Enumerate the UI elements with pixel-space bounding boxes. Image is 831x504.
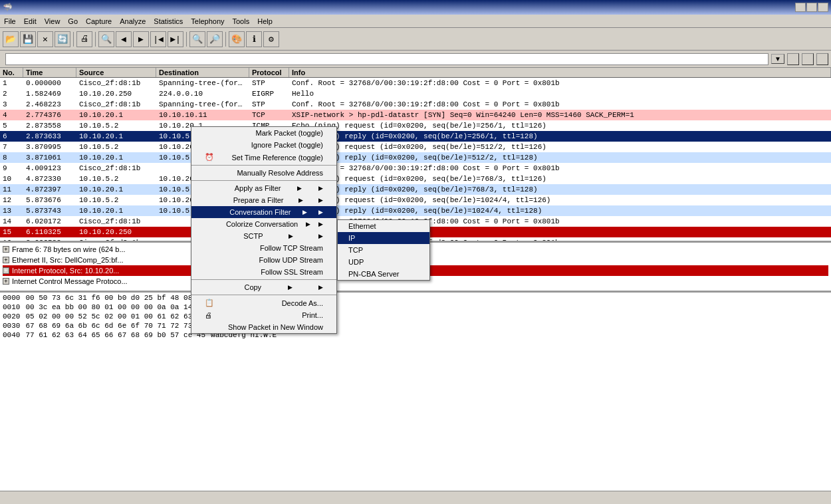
submenu-item-pncba server[interactable]: PN-CBA Server xyxy=(338,268,429,280)
menu-item-telephony[interactable]: Telephony xyxy=(187,16,228,27)
table-row[interactable]: 42.77437610.10.20.110.10.10.11TCPXSIP-ne… xyxy=(0,110,831,120)
submenu-arrow-icon: ▶ xyxy=(306,221,310,227)
menu-item-apply-as-filter[interactable]: Apply as Filter▶ xyxy=(191,182,336,194)
menu-item-colorize-conversation[interactable]: Colorize Conversation▶ xyxy=(191,218,336,230)
table-row[interactable]: 94.009123Cisco_2f:d8:1bSTPConf. Root = 3… xyxy=(0,163,831,174)
menu-item-help[interactable]: Help xyxy=(253,16,277,27)
expand-icon[interactable]: + xyxy=(3,267,9,274)
toolbar: 📂 💾 ✕ 🔄 🖨 🔍 ◀ ▶ |◀ ▶| 🔍 🔎 🎨 ℹ ⚙ xyxy=(0,28,831,51)
packet-list-header: No. Time Source Destination Protocol Inf… xyxy=(0,68,831,78)
header-time: Time xyxy=(23,68,76,77)
menu-item-ignore-packet-(toggle)[interactable]: Ignore Packet (toggle) xyxy=(191,139,336,151)
menu-item-conversation-filter[interactable]: Conversation Filter▶ xyxy=(191,206,336,218)
menu-item-sctp[interactable]: SCTP▶ xyxy=(191,230,336,242)
submenu-arrow-icon: ▶ xyxy=(297,185,302,191)
menu-item-capture[interactable]: Capture xyxy=(82,16,116,27)
submenu-item-tcp[interactable]: TCP xyxy=(338,244,429,256)
list-item: 003067 68 69 6a 6b 6c 6d 6e 6f 70 71 72 … xyxy=(3,322,828,331)
close-file-button[interactable]: ✕ xyxy=(37,31,53,47)
title-bar: 🦈 xyxy=(0,0,831,15)
menu-item-statistics[interactable]: Statistics xyxy=(150,16,187,27)
toolbar-separator-4 xyxy=(225,32,226,47)
menu-item-tools[interactable]: Tools xyxy=(229,16,254,27)
menu-item-analyze[interactable]: Analyze xyxy=(116,16,150,27)
menu-item-prepare-a-filter[interactable]: Prepare a Filter▶ xyxy=(191,194,336,206)
header-destination: Destination xyxy=(156,68,249,77)
expand-icon[interactable]: + xyxy=(3,278,9,285)
header-no: No. xyxy=(0,68,23,77)
menu-item-print---[interactable]: 🖨Print... xyxy=(191,309,336,321)
table-row[interactable]: 104.87233010.10.5.210.10.20.1ICMPEcho (p… xyxy=(0,174,831,184)
table-row[interactable]: 10.000000Cisco_2f:d8:1bSpanning-tree-(fo… xyxy=(0,78,831,88)
menu-item-show-packet-in-new-window[interactable]: Show Packet in New Window xyxy=(191,321,336,333)
menu-separator xyxy=(191,279,336,280)
maximize-button[interactable] xyxy=(806,3,817,12)
expand-icon[interactable]: + xyxy=(3,246,9,253)
table-row[interactable]: 62.87363310.10.20.110.10.5.2ICMPEcho (pi… xyxy=(0,131,831,142)
menu-item-manually-resolve-address[interactable]: Manually Resolve Address xyxy=(191,167,336,179)
table-row[interactable]: 73.87099510.10.5.210.10.20.1ICMPEcho (pi… xyxy=(0,142,831,152)
table-row[interactable]: 135.87374310.10.20.110.10.5.2ICMPEcho (p… xyxy=(0,205,831,216)
save-button[interactable]: 💾 xyxy=(20,31,36,47)
submenu-item-ip[interactable]: IP xyxy=(338,232,429,244)
toolbar-separator-3 xyxy=(186,32,187,47)
go-forward-button[interactable]: ▶ xyxy=(133,31,149,47)
menu-item-icon: 🖨 xyxy=(205,311,215,319)
submenu-arrow-icon: ▶ xyxy=(289,233,293,239)
menu-item-edit[interactable]: Edit xyxy=(20,16,41,27)
menu-item-file[interactable]: File xyxy=(0,16,20,27)
menu-item-set-time-reference-(toggle)[interactable]: ⏰Set Time Reference (toggle) xyxy=(191,151,336,164)
expand-icon[interactable]: + xyxy=(3,257,9,263)
menu-item-mark-packet-(toggle)[interactable]: Mark Packet (toggle) xyxy=(191,127,336,139)
menu-item-go[interactable]: Go xyxy=(64,16,82,27)
apply-button[interactable] xyxy=(816,53,828,65)
find-button[interactable]: 🔍 xyxy=(98,31,114,47)
menu-item-icon: 📋 xyxy=(205,299,215,307)
submenu-item-udp[interactable]: UDP xyxy=(338,256,429,268)
submenu-item-ethernet[interactable]: Ethernet xyxy=(338,220,429,232)
print-button[interactable]: 🖨 xyxy=(76,31,92,47)
reload-button[interactable]: 🔄 xyxy=(55,31,70,47)
context-menu: Mark Packet (toggle)Ignore Packet (toggl… xyxy=(191,126,337,334)
go-last-button[interactable]: ▶| xyxy=(168,31,183,47)
table-row[interactable]: 52.87355810.10.5.210.10.20.1ICMPEcho (pi… xyxy=(0,120,831,131)
menu-item-icon: ⏰ xyxy=(205,153,215,162)
menu-item-follow-tcp-stream[interactable]: Follow TCP Stream xyxy=(191,242,336,254)
zoom-out-button[interactable]: 🔎 xyxy=(207,31,223,47)
expression-button[interactable] xyxy=(787,53,799,65)
filter-bar: ▼ xyxy=(0,51,831,68)
header-source: Source xyxy=(76,68,156,77)
table-row[interactable]: 114.87239710.10.20.110.10.5.2ICMPEcho (p… xyxy=(0,184,831,195)
menu-item-view[interactable]: View xyxy=(41,16,64,27)
info-button[interactable]: ℹ xyxy=(246,31,262,47)
submenu-arrow-icon: ▶ xyxy=(288,284,293,291)
hex-dump: 000000 50 73 6c 31 f6 00 b0 d0 25 bf 48 … xyxy=(0,291,831,491)
header-info: Info xyxy=(289,68,831,77)
table-row[interactable]: 125.87367610.10.5.210.10.20.1ICMPEcho (p… xyxy=(0,195,831,205)
minimize-button[interactable] xyxy=(795,3,806,12)
menu-item-decode-as---[interactable]: 📋Decode As... xyxy=(191,297,336,309)
table-row[interactable]: 21.58246910.10.20.250224.0.0.10EIGRPHell… xyxy=(0,88,831,99)
table-row[interactable]: 32.468223Cisco_2f:d8:1bSpanning-tree-(fo… xyxy=(0,99,831,110)
list-item: 001000 3c ea bb 00 80 01 00 00 00 0a 0a … xyxy=(3,303,828,313)
filter-input[interactable] xyxy=(5,53,769,65)
filter-dropdown-button[interactable]: ▼ xyxy=(771,54,784,64)
menu-item-copy[interactable]: Copy▶ xyxy=(191,281,336,293)
table-row[interactable]: 83.87106110.10.20.110.10.5.2ICMPEcho (pi… xyxy=(0,152,831,163)
settings-button[interactable]: ⚙ xyxy=(263,31,279,47)
toolbar-separator-2 xyxy=(95,32,96,47)
submenu-conversation: EthernetIPTCPUDPPN-CBA Server xyxy=(337,219,430,281)
close-button[interactable] xyxy=(818,3,828,12)
go-first-button[interactable]: |◀ xyxy=(150,31,166,47)
menu-separator xyxy=(191,180,336,181)
open-button[interactable]: 📂 xyxy=(3,31,19,47)
menu-item-follow-udp-stream[interactable]: Follow UDP Stream xyxy=(191,254,336,266)
list-item: 004077 61 62 63 64 65 66 67 68 69 b0 57 … xyxy=(3,331,828,340)
zoom-in-button[interactable]: 🔍 xyxy=(189,31,205,47)
header-protocol: Protocol xyxy=(249,68,289,77)
clear-button[interactable] xyxy=(802,53,814,65)
menu-item-follow-ssl-stream[interactable]: Follow SSL Stream xyxy=(191,266,336,278)
go-back-button[interactable]: ◀ xyxy=(116,31,132,47)
colorize-button[interactable]: 🎨 xyxy=(229,31,245,47)
menu-separator xyxy=(191,165,336,166)
